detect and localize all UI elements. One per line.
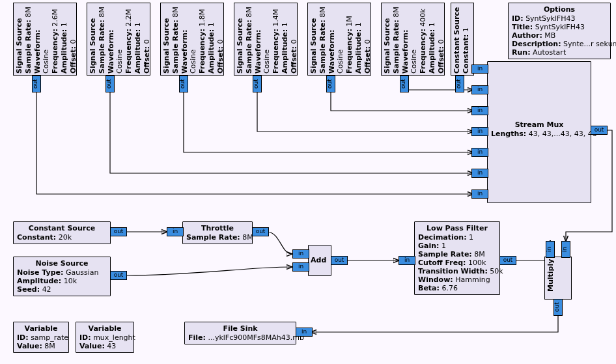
block-title: Signal Source — [15, 18, 23, 74]
in-port[interactable]: in — [471, 64, 488, 74]
out-port[interactable]: out — [326, 76, 335, 92]
in-port[interactable]: in — [561, 241, 570, 258]
noise-source-block[interactable]: Noise Source Noise Type: Gaussian Amplit… — [13, 257, 111, 296]
in-port[interactable]: in — [471, 189, 488, 199]
throttle-block[interactable]: Throttle Sample Rate: 8M — [182, 221, 253, 244]
out-port[interactable]: out — [553, 299, 563, 316]
constant-source-mid[interactable]: Constant Source Constant: 20k — [13, 221, 111, 244]
lpf-block[interactable]: Low Pass Filter Decimation: 1 Gain: 1 Sa… — [414, 221, 500, 295]
in-port[interactable]: in — [399, 256, 415, 265]
in-port[interactable]: in — [471, 148, 488, 157]
out-port[interactable]: out — [252, 227, 269, 236]
block-title: Options — [512, 5, 607, 14]
in-port[interactable]: in — [546, 241, 555, 258]
variable-samp-rate[interactable]: Variable ID: samp_rate Value: 8M — [13, 322, 69, 353]
file-sink-block[interactable]: File Sink File: ...yklFc900MFs8MAh43.mb — [184, 322, 296, 344]
in-port[interactable]: in — [292, 249, 309, 259]
out-port[interactable]: out — [110, 271, 127, 280]
signal-source-4[interactable]: Signal Source Sample Rate: 8M Waveform: … — [234, 3, 298, 76]
out-port[interactable]: out — [499, 256, 516, 265]
signal-source-2[interactable]: Signal Source Sample Rate: 8M Waveform: … — [87, 3, 150, 76]
multiply-block[interactable]: Multiply — [544, 257, 572, 300]
signal-source-5[interactable]: Signal Source Sample Rate: 8M Waveform: … — [307, 3, 371, 76]
in-port[interactable]: in — [296, 328, 313, 337]
stream-mux-block[interactable]: Stream Mux Lengths: 43, 43,...43, 43, 43 — [487, 61, 591, 203]
out-port[interactable]: out — [253, 76, 262, 92]
in-port[interactable]: in — [471, 127, 488, 136]
out-port[interactable]: out — [591, 126, 608, 135]
signal-source-6[interactable]: Signal Source Sample Rate: 8M Waveform: … — [381, 3, 445, 76]
out-port[interactable]: out — [32, 76, 41, 92]
out-port[interactable]: out — [105, 76, 115, 92]
signal-source-1[interactable]: Signal Source Sample Rate: 8M Waveform: … — [13, 3, 77, 76]
in-port[interactable]: in — [167, 227, 184, 236]
constant-source-top[interactable]: Constant Source Constant: 1 — [451, 3, 474, 76]
add-block[interactable]: Add — [308, 245, 331, 276]
out-port[interactable]: out — [331, 256, 348, 265]
in-port[interactable]: in — [471, 85, 488, 94]
block-title: Stream Mux — [491, 120, 587, 129]
signal-source-3[interactable]: Signal Source Sample Rate: 8M Waveform: … — [160, 3, 224, 76]
variable-mux-length[interactable]: Variable ID: mux_lenght Value: 43 — [76, 322, 134, 353]
out-port[interactable]: out — [455, 76, 464, 92]
options-block[interactable]: Options ID: SyntSyklFH43 Title: SyntSykl… — [508, 3, 611, 59]
out-port[interactable]: out — [400, 76, 409, 92]
in-port[interactable]: in — [471, 169, 488, 178]
out-port[interactable]: out — [110, 227, 127, 236]
in-port[interactable]: in — [471, 106, 488, 115]
in-port[interactable]: in — [292, 262, 309, 272]
out-port[interactable]: out — [179, 76, 188, 92]
